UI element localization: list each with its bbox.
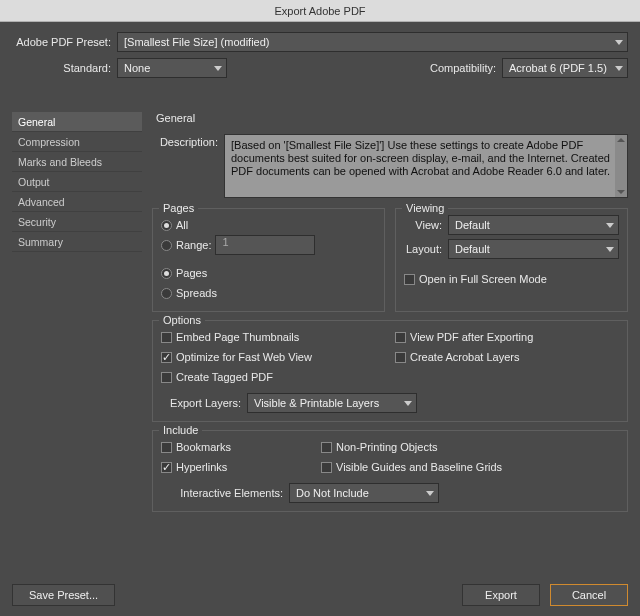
chevron-down-icon: [615, 40, 623, 45]
check-bookmarks-label: Bookmarks: [176, 441, 231, 453]
checkbox-icon: [161, 442, 172, 453]
legend-pages: Pages: [159, 202, 198, 214]
radio-icon: [161, 288, 172, 299]
legend-include: Include: [159, 424, 202, 436]
compat-label: Compatibility:: [430, 62, 502, 74]
layout-value: Default: [455, 243, 490, 255]
radio-icon: [161, 240, 172, 251]
sidebar-item-output[interactable]: Output: [12, 172, 142, 192]
preset-select[interactable]: [Smallest File Size] (modified): [117, 32, 628, 52]
legend-viewing: Viewing: [402, 202, 448, 214]
scroll-up-icon: [617, 138, 625, 142]
chevron-down-icon: [426, 491, 434, 496]
scroll-down-icon: [617, 190, 625, 194]
check-acrobat-layers[interactable]: Create Acrobat Layers: [395, 347, 619, 367]
check-acrobat-layers-label: Create Acrobat Layers: [410, 351, 519, 363]
check-hyperlinks-label: Hyperlinks: [176, 461, 227, 473]
fieldset-viewing: Viewing View: Default Layout: Default: [395, 208, 628, 312]
check-bookmarks[interactable]: Bookmarks: [161, 437, 311, 457]
legend-options: Options: [159, 314, 205, 326]
radio-pages-label: Pages: [176, 267, 207, 279]
fieldset-include: Include Bookmarks Hyperlinks Non-Pri: [152, 430, 628, 512]
preset-label: Adobe PDF Preset:: [12, 36, 117, 48]
check-viewafter-label: View PDF after Exporting: [410, 331, 533, 343]
check-fullscreen-label: Open in Full Screen Mode: [419, 273, 547, 285]
checkbox-icon: [321, 442, 332, 453]
radio-spreads[interactable]: Spreads: [161, 283, 376, 303]
radio-all[interactable]: All: [161, 215, 376, 235]
export-layers-value: Visible & Printable Layers: [254, 397, 379, 409]
standard-label: Standard:: [12, 62, 117, 74]
checkbox-icon: [395, 352, 406, 363]
sidebar-item-security[interactable]: Security: [12, 212, 142, 232]
radio-icon: [161, 220, 172, 231]
chevron-down-icon: [214, 66, 222, 71]
compat-value: Acrobat 6 (PDF 1.5): [509, 62, 607, 74]
panel-general: General Description: [Based on '[Smalles…: [152, 112, 628, 572]
check-nonprint[interactable]: Non-Printing Objects: [321, 437, 619, 457]
radio-all-label: All: [176, 219, 188, 231]
sidebar-item-compression[interactable]: Compression: [12, 132, 142, 152]
range-input[interactable]: 1: [215, 235, 315, 255]
radio-spreads-label: Spreads: [176, 287, 217, 299]
interactive-label: Interactive Elements:: [161, 487, 289, 499]
description-text: [Based on '[Smallest File Size]'] Use th…: [231, 139, 610, 177]
check-guides[interactable]: Visible Guides and Baseline Grids: [321, 457, 619, 477]
checkbox-icon: [161, 372, 172, 383]
fieldset-options: Options Embed Page Thumbnails Optimize f…: [152, 320, 628, 422]
check-hyperlinks[interactable]: Hyperlinks: [161, 457, 311, 477]
interactive-value: Do Not Include: [296, 487, 369, 499]
radio-range-label: Range:: [176, 239, 211, 251]
check-embed[interactable]: Embed Page Thumbnails: [161, 327, 385, 347]
chevron-down-icon: [404, 401, 412, 406]
chevron-down-icon: [606, 247, 614, 252]
sidebar-item-general[interactable]: General: [12, 112, 142, 132]
sidebar-item-summary[interactable]: Summary: [12, 232, 142, 252]
dialog-content: Adobe PDF Preset: [Smallest File Size] (…: [0, 22, 640, 616]
sidebar-item-marks[interactable]: Marks and Bleeds: [12, 152, 142, 172]
compat-select[interactable]: Acrobat 6 (PDF 1.5): [502, 58, 628, 78]
check-embed-label: Embed Page Thumbnails: [176, 331, 299, 343]
check-tagged[interactable]: Create Tagged PDF: [161, 367, 385, 387]
checkbox-icon: [161, 462, 172, 473]
sidebar: General Compression Marks and Bleeds Out…: [12, 112, 142, 252]
check-nonprint-label: Non-Printing Objects: [336, 441, 438, 453]
titlebar: Export Adobe PDF: [0, 0, 640, 22]
checkbox-icon: [395, 332, 406, 343]
layout-select[interactable]: Default: [448, 239, 619, 259]
check-optimize-label: Optimize for Fast Web View: [176, 351, 312, 363]
save-preset-button[interactable]: Save Preset...: [12, 584, 115, 606]
radio-pages[interactable]: Pages: [161, 263, 376, 283]
fieldset-pages: Pages All Range: 1 Pages Spreads: [152, 208, 385, 312]
radio-icon: [161, 268, 172, 279]
panel-title: General: [156, 112, 628, 124]
check-guides-label: Visible Guides and Baseline Grids: [336, 461, 502, 473]
export-layers-label: Export Layers:: [161, 397, 247, 409]
standard-select[interactable]: None: [117, 58, 227, 78]
check-tagged-label: Create Tagged PDF: [176, 371, 273, 383]
view-select[interactable]: Default: [448, 215, 619, 235]
view-label: View:: [404, 219, 448, 231]
checkbox-icon: [404, 274, 415, 285]
chevron-down-icon: [615, 66, 623, 71]
export-button[interactable]: Export: [462, 584, 540, 606]
checkbox-icon: [321, 462, 332, 473]
interactive-select[interactable]: Do Not Include: [289, 483, 439, 503]
radio-range[interactable]: Range: 1: [161, 235, 376, 255]
check-optimize[interactable]: Optimize for Fast Web View: [161, 347, 385, 367]
standard-value: None: [124, 62, 150, 74]
scrollbar[interactable]: [615, 135, 627, 197]
layout-label: Layout:: [404, 243, 448, 255]
export-layers-select[interactable]: Visible & Printable Layers: [247, 393, 417, 413]
check-fullscreen[interactable]: Open in Full Screen Mode: [404, 269, 619, 289]
checkbox-icon: [161, 352, 172, 363]
bottom-bar: Save Preset... Export Cancel: [12, 584, 628, 606]
check-viewafter[interactable]: View PDF after Exporting: [395, 327, 619, 347]
checkbox-icon: [161, 332, 172, 343]
chevron-down-icon: [606, 223, 614, 228]
description-label: Description:: [152, 134, 224, 198]
sidebar-item-advanced[interactable]: Advanced: [12, 192, 142, 212]
description-textarea[interactable]: [Based on '[Smallest File Size]'] Use th…: [224, 134, 628, 198]
cancel-button[interactable]: Cancel: [550, 584, 628, 606]
view-value: Default: [455, 219, 490, 231]
